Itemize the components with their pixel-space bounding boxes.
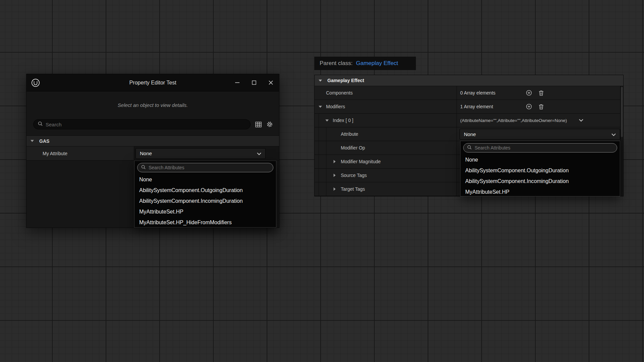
close-button[interactable] [262, 74, 279, 91]
array-count: 0 Array elements [460, 90, 526, 96]
delete-elements-icon[interactable] [539, 104, 544, 110]
row-label: Target Tags [341, 186, 365, 192]
row-label: Source Tags [341, 173, 367, 178]
row-label: Index [ 0 ] [333, 118, 353, 123]
scrollbar[interactable] [620, 86, 623, 196]
scrollbar-thumb[interactable] [621, 87, 623, 137]
row-label: Components [326, 90, 353, 96]
chevron-down-icon [611, 131, 616, 137]
search-box[interactable] [33, 119, 251, 129]
my-attribute-combobox[interactable]: None [136, 148, 266, 159]
dropdown-item[interactable]: AbilitySystemComponent.OutgoingDuration [461, 165, 620, 176]
attributes-search-input[interactable] [475, 145, 613, 150]
property-editor-window: Property Editor Test Select an object to… [26, 74, 279, 228]
category-label: Gameplay Effect [327, 78, 364, 83]
triangle-down-icon[interactable] [319, 106, 326, 108]
attribute-combobox[interactable]: None [460, 129, 620, 140]
attributes-search-box[interactable] [463, 143, 617, 153]
category-label: GAS [39, 138, 49, 144]
add-element-icon[interactable] [526, 90, 532, 96]
dropdown-item[interactable]: AbilitySystemComponent.OutgoingDuration [135, 185, 276, 196]
details-toolbar [33, 119, 273, 129]
window-titlebar[interactable]: Property Editor Test [26, 74, 279, 92]
row-label: Modifiers [326, 104, 345, 109]
attributes-search-input[interactable] [149, 165, 270, 170]
combobox-value: None [140, 150, 152, 156]
search-input[interactable] [46, 122, 246, 127]
row-components: Components 0 Array elements [315, 86, 623, 100]
unreal-logo-icon [31, 78, 40, 87]
dropdown-item[interactable]: None [135, 174, 276, 185]
triangle-right-icon[interactable] [333, 160, 341, 163]
window-controls [229, 74, 279, 91]
parent-class-link[interactable]: Gameplay Effect [356, 60, 398, 67]
triangle-down-icon [319, 79, 327, 82]
dropdown-item[interactable]: MyAttributeSet.HP [135, 206, 276, 217]
property-name: My Attribute [26, 146, 134, 160]
minimize-button[interactable] [229, 74, 246, 91]
parent-class-label: Parent class: [320, 60, 353, 67]
combobox-value: None [464, 131, 476, 137]
category-gas[interactable]: GAS [26, 135, 279, 146]
add-element-icon[interactable] [526, 104, 532, 110]
search-icon [467, 145, 472, 151]
category-gameplay-effect[interactable]: Gameplay Effect [315, 75, 623, 86]
triangle-down-icon[interactable] [325, 119, 333, 122]
attributes-search-box[interactable] [137, 163, 273, 172]
maximize-button[interactable] [246, 74, 262, 91]
property-value-cell: None [134, 146, 279, 160]
row-attribute: Attribute None [315, 127, 623, 141]
dropdown-item[interactable]: None [461, 155, 620, 165]
property-row-my-attribute: My Attribute None [26, 146, 279, 161]
dropdown-item[interactable]: MyAttributeSet.HP_HideFromModifiers [135, 217, 276, 228]
search-icon [141, 165, 146, 171]
row-modifiers: Modifiers 1 Array element [315, 100, 623, 114]
dropdown-item[interactable]: AbilitySystemComponent.IncomingDuration [135, 196, 276, 206]
triangle-right-icon[interactable] [333, 174, 341, 177]
chevron-down-icon [257, 150, 261, 156]
dropdown-item[interactable]: MyAttributeSet.HP [461, 187, 620, 197]
row-label: Modifier Op [341, 145, 365, 150]
row-label: Attribute [341, 131, 358, 137]
array-count: 1 Array element [460, 104, 526, 109]
empty-details-hint: Select an object to view details. [26, 102, 279, 108]
triangle-down-icon [31, 140, 39, 142]
search-icon [38, 121, 43, 128]
dropdown-item[interactable]: AbilitySystemComponent.IncomingDuration [461, 176, 620, 187]
delete-elements-icon[interactable] [539, 90, 544, 96]
struct-summary: (AttributeName="",Attribute="",Attribute… [460, 118, 567, 123]
parent-class-bar: Parent class: Gameplay Effect [314, 57, 416, 70]
triangle-right-icon[interactable] [333, 187, 341, 191]
row-label: Modifier Magnitude [341, 159, 381, 164]
attribute-picker-dropdown: None AbilitySystemComponent.OutgoingDura… [460, 141, 620, 196]
blueprint-grid-background: Property Editor Test Select an object to… [0, 0, 644, 362]
column-view-icon[interactable] [255, 121, 262, 128]
settings-gear-icon[interactable] [266, 121, 273, 128]
row-index-0: Index [ 0 ] (AttributeName="",Attribute=… [315, 114, 623, 127]
attribute-picker-dropdown: None AbilitySystemComponent.OutgoingDura… [134, 161, 276, 228]
chevron-down-icon[interactable] [579, 119, 583, 122]
